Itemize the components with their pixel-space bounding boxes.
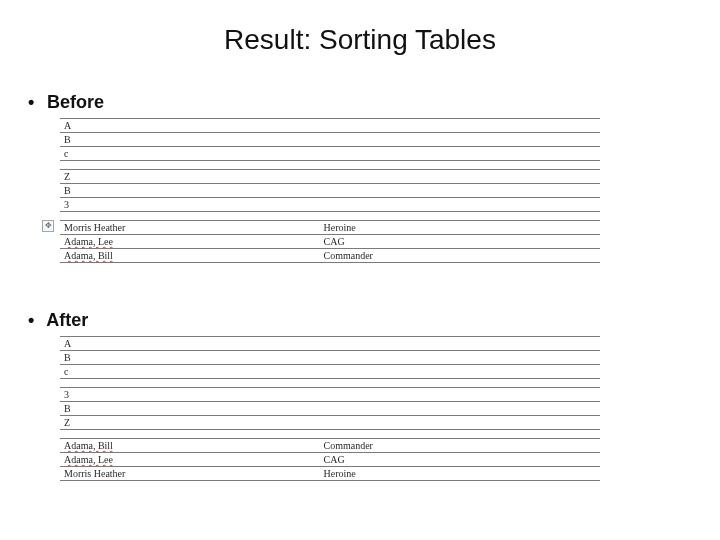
section-before-label: Before [47,92,104,112]
cell-text: Morris Heather [64,222,125,233]
table-row: 3 [60,388,600,402]
cell-text: Adama, Lee [64,236,113,247]
cell: Heroine [320,467,601,481]
before-tables: A B c Z B 3 ✥ Morris Heather Heroine Ada… [60,118,600,271]
before-table-3: Morris Heather Heroine Adama, Lee CAG Ad… [60,220,600,263]
table-row: B [60,184,600,198]
table-row: Adama, Bill Commander [60,439,600,453]
cell: 3 [60,198,600,212]
cell: B [60,351,600,365]
table-row: c [60,365,600,379]
cell: Heroine [320,221,601,235]
table-row: Adama, Lee CAG [60,235,600,249]
cell: Commander [320,439,601,453]
after-table-2: 3 B Z [60,387,600,430]
cell: Commander [320,249,601,263]
section-after: • After [28,310,88,331]
before-table-1: A B c [60,118,600,161]
table-row: B [60,351,600,365]
table-row: Z [60,170,600,184]
cell: A [60,119,600,133]
cell: Morris Heather [60,221,320,235]
cell: Adama, Bill [60,439,320,453]
cell: 3 [60,388,600,402]
table-row: Morris Heather Heroine [60,221,600,235]
cell: Z [60,416,600,430]
cell: B [60,133,600,147]
slide: Result: Sorting Tables • Before A B c Z … [0,0,720,540]
cell: B [60,402,600,416]
bullet-dot-icon: • [28,92,42,113]
after-table-3: Adama, Bill Commander Adama, Lee CAG Mor… [60,438,600,481]
cell: CAG [320,453,601,467]
cell-text: Adama, Bill [64,250,113,261]
after-tables: A B c 3 B Z Adama, Bill Commander Adama,… [60,336,600,489]
bullet-dot-icon: • [28,310,42,331]
cell: Adama, Lee [60,235,320,249]
table-row: Morris Heather Heroine [60,467,600,481]
table-row: B [60,133,600,147]
table-row: Adama, Bill Commander [60,249,600,263]
cell: Adama, Bill [60,249,320,263]
page-title: Result: Sorting Tables [0,24,720,56]
table-row: A [60,119,600,133]
table-row: Z [60,416,600,430]
cell: CAG [320,235,601,249]
before-table-2: Z B 3 [60,169,600,212]
table-row: B [60,402,600,416]
table-move-handle-icon[interactable]: ✥ [42,220,54,232]
cell-text: Morris Heather [64,468,125,479]
after-table-1: A B c [60,336,600,379]
section-after-label: After [46,310,88,330]
cell: A [60,337,600,351]
table-row: 3 [60,198,600,212]
before-table-3-wrap: ✥ Morris Heather Heroine Adama, Lee CAG … [60,220,600,263]
cell: Z [60,170,600,184]
cell: B [60,184,600,198]
table-row: c [60,147,600,161]
table-row: Adama, Lee CAG [60,453,600,467]
cell: c [60,147,600,161]
cell-text: Adama, Bill [64,440,113,451]
cell-text: Adama, Lee [64,454,113,465]
cell: c [60,365,600,379]
cell: Adama, Lee [60,453,320,467]
table-row: A [60,337,600,351]
section-before: • Before [28,92,104,113]
cell: Morris Heather [60,467,320,481]
